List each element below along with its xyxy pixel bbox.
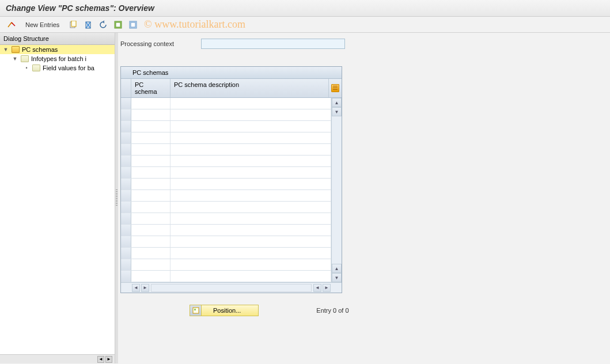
- table-row[interactable]: [121, 213, 331, 225]
- cell-description[interactable]: [171, 98, 331, 109]
- cell-description[interactable]: [171, 109, 331, 120]
- cell-pc-schema[interactable]: [131, 156, 171, 166]
- select-all-icon[interactable]: [112, 19, 124, 31]
- cell-description[interactable]: [171, 132, 331, 143]
- tree-item-pc-schemas[interactable]: ▼ PC schemas: [0, 45, 115, 54]
- position-button[interactable]: Position...: [190, 305, 259, 316]
- scroll-line-down-icon[interactable]: ▲: [332, 264, 342, 273]
- cell-description[interactable]: [171, 225, 331, 236]
- hscroll-track[interactable]: [151, 284, 312, 292]
- hscroll-left-icon[interactable]: ◄: [132, 284, 140, 292]
- cell-description[interactable]: [171, 248, 331, 259]
- table-row[interactable]: [121, 179, 331, 190]
- table-row[interactable]: [121, 225, 331, 236]
- cell-pc-schema[interactable]: [131, 132, 171, 143]
- cell-description[interactable]: [171, 167, 331, 178]
- folder-closed-icon: [21, 55, 29, 62]
- row-selector[interactable]: [121, 213, 131, 224]
- tree-toggle-icon[interactable]: ▼: [12, 56, 18, 62]
- row-selector[interactable]: [121, 259, 131, 270]
- table-row[interactable]: [121, 248, 331, 259]
- cell-description[interactable]: [171, 179, 331, 189]
- cell-pc-schema[interactable]: [131, 167, 171, 178]
- processing-context-input[interactable]: [201, 39, 345, 49]
- table-row[interactable]: [121, 259, 331, 271]
- row-selector[interactable]: [121, 271, 131, 282]
- hscroll-left2-icon[interactable]: ◄: [313, 284, 321, 292]
- row-selector[interactable]: [121, 156, 131, 166]
- cell-pc-schema[interactable]: [131, 225, 171, 236]
- cell-description[interactable]: [171, 156, 331, 166]
- table-row[interactable]: [121, 121, 331, 132]
- cell-pc-schema[interactable]: [131, 144, 171, 155]
- scroll-right-icon[interactable]: ►: [105, 356, 112, 363]
- vscroll-track[interactable]: [332, 116, 342, 264]
- row-selector[interactable]: [121, 109, 131, 120]
- cell-pc-schema[interactable]: [131, 271, 171, 282]
- column-header-pc-schema[interactable]: PC schema: [131, 79, 171, 97]
- tree-item-field-values[interactable]: • Field values for ba: [0, 63, 115, 73]
- row-selector[interactable]: [121, 132, 131, 143]
- cell-pc-schema[interactable]: [131, 121, 171, 132]
- tree-toggle-icon[interactable]: ▼: [2, 47, 9, 52]
- cell-description[interactable]: [171, 121, 331, 132]
- table-row[interactable]: [121, 109, 331, 121]
- row-selector[interactable]: [121, 225, 131, 236]
- cell-pc-schema[interactable]: [131, 179, 171, 189]
- cell-description[interactable]: [171, 271, 331, 282]
- position-icon: [190, 305, 202, 316]
- table-row[interactable]: [121, 144, 331, 156]
- scroll-up-icon[interactable]: ▲: [332, 98, 342, 107]
- table-config-button[interactable]: [329, 79, 342, 97]
- row-selector[interactable]: [121, 179, 131, 189]
- table-row[interactable]: [121, 202, 331, 213]
- table-row[interactable]: [121, 271, 331, 282]
- cell-pc-schema[interactable]: [131, 190, 171, 201]
- cell-pc-schema[interactable]: [131, 213, 171, 224]
- cell-description[interactable]: [171, 236, 331, 247]
- cell-description[interactable]: [171, 144, 331, 155]
- scroll-down-icon[interactable]: ▼: [332, 273, 342, 282]
- column-header-description[interactable]: PC schema description: [171, 79, 329, 97]
- cell-pc-schema[interactable]: [131, 202, 171, 213]
- cell-pc-schema[interactable]: [131, 109, 171, 120]
- cell-description[interactable]: [171, 190, 331, 201]
- table-row[interactable]: [121, 190, 331, 202]
- scroll-line-up-icon[interactable]: ▼: [332, 107, 342, 116]
- hscroll-right2-icon[interactable]: ►: [323, 284, 331, 292]
- table-row[interactable]: [121, 167, 331, 179]
- row-selector-header[interactable]: [121, 79, 131, 97]
- table-row[interactable]: [121, 236, 331, 248]
- cell-pc-schema[interactable]: [131, 98, 171, 109]
- table-row[interactable]: [121, 98, 331, 109]
- cell-pc-schema[interactable]: [131, 236, 171, 247]
- new-entries-button[interactable]: New Entries: [21, 20, 64, 29]
- deselect-all-icon[interactable]: [127, 19, 139, 31]
- svg-rect-10: [194, 309, 196, 310]
- hscroll-right-icon[interactable]: ►: [141, 284, 149, 292]
- undo-icon[interactable]: [97, 19, 109, 31]
- row-selector[interactable]: [121, 190, 131, 201]
- tree-item-infotypes[interactable]: ▼ Infotypes for batch i: [0, 54, 115, 63]
- delete-icon[interactable]: [82, 19, 94, 31]
- table-title: PC schemas: [121, 67, 342, 79]
- dialog-structure-header: Dialog Structure: [0, 33, 115, 45]
- table-row[interactable]: [121, 156, 331, 167]
- tree-item-label: Field values for ba: [43, 65, 94, 71]
- table-row[interactable]: [121, 132, 331, 144]
- cell-description[interactable]: [171, 202, 331, 213]
- cell-description[interactable]: [171, 259, 331, 270]
- cell-description[interactable]: [171, 213, 331, 224]
- row-selector[interactable]: [121, 236, 131, 247]
- row-selector[interactable]: [121, 167, 131, 178]
- copy-icon[interactable]: [67, 19, 79, 31]
- other-view-icon[interactable]: [6, 19, 17, 31]
- row-selector[interactable]: [121, 121, 131, 132]
- row-selector[interactable]: [121, 248, 131, 259]
- cell-pc-schema[interactable]: [131, 259, 171, 270]
- row-selector[interactable]: [121, 98, 131, 109]
- row-selector[interactable]: [121, 144, 131, 155]
- scroll-left-icon[interactable]: ◄: [97, 356, 104, 363]
- cell-pc-schema[interactable]: [131, 248, 171, 259]
- row-selector[interactable]: [121, 202, 131, 213]
